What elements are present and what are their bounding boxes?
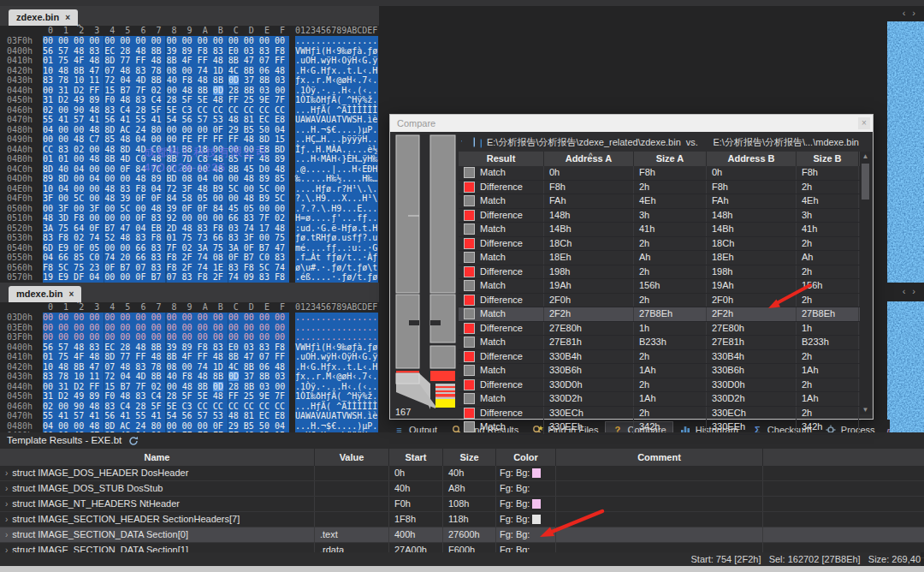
hex-bytes[interactable]: 3F 00 5C 00 48 39 0F 0F 84 58 05 00 00 4… [43, 194, 289, 204]
col-size[interactable]: Size [443, 449, 496, 466]
ascii-text[interactable]: ...H.¬$€....)µP. [295, 125, 378, 135]
hex-bytes[interactable]: 00 00 00 00 00 00 00 00 00 00 00 00 00 0… [43, 36, 289, 46]
compare-row[interactable]: Difference27E80h1h27E80h1h [459, 322, 861, 337]
hex-bytes[interactable]: 83 F8 02 74 52 48 83 F8 01 75 73 66 83 3… [43, 233, 289, 243]
hex-row[interactable]: 0530h83 F8 02 74 52 48 83 F8 01 75 73 66… [0, 233, 379, 243]
compare-title-bar[interactable]: Compare × [390, 115, 873, 132]
hex-bytes[interactable]: 00 3F 00 3F 00 5C 00 48 39 0F 0F 84 45 0… [43, 204, 289, 214]
compare-row[interactable]: Difference2F0h2h2F0h2h [459, 294, 861, 308]
ascii-text[interactable]: .H‹G.Hƒx..t.L‹.H [295, 362, 378, 372]
hex-bytes[interactable]: F8 5C 75 23 0F B7 07 83 F8 2F 74 1E 83 F… [43, 263, 289, 273]
hex-row[interactable]: 03F0h00 00 00 00 00 00 00 00 00 00 00 00… [0, 36, 379, 46]
hex-bytes[interactable]: 10 04 00 00 48 83 F8 04 72 3F 48 B9 5C 0… [43, 184, 289, 194]
hex-bytes[interactable]: 02 00 90 48 83 C4 28 5F 5E C3 CC CC CC C… [43, 402, 289, 412]
hex-bytes[interactable]: 01 75 4F 48 8D 77 FF 48 8B 4F FF 48 8B 4… [43, 352, 289, 362]
compare-row[interactable]: Match330EEh342h330EEh342h [459, 420, 861, 435]
hex-bytes[interactable]: 31 D2 49 89 F0 48 83 C4 28 5F 5E 48 FF 2… [43, 391, 289, 402]
hex-bytes[interactable]: 56 57 48 83 EC 28 48 8B 39 89 F8 83 E0 0… [43, 343, 289, 353]
pane-scroll-top[interactable]: ‹› [890, 8, 922, 18]
hex-row[interactable]: 0450h31 D2 49 89 F0 48 83 C4 28 5F 5E 48… [0, 391, 379, 402]
hex-bytes[interactable]: 04 00 00 48 8D AC 24 80 00 00 00 0F 29 B… [43, 125, 289, 135]
ascii-text[interactable]: .?.?.\.H9...E... [295, 204, 378, 214]
ascii-text[interactable]: ...H‹MÀH‹}ÈH…ÿH‰ [295, 154, 378, 164]
template-row[interactable]: ›struct IMAGE_DOS_STUB DosStub40hA8hFg:B… [0, 481, 924, 497]
hex-row[interactable]: 0460h02 00 90 48 83 C4 28 5F 5E C3 CC CC… [0, 105, 379, 116]
hex-bytes[interactable]: 10 48 8B 47 07 48 83 78 08 00 74 1D 4C 8… [43, 362, 289, 372]
hex-row[interactable]: 04F0h3F 00 5C 00 48 39 0F 0F 84 58 05 00… [0, 194, 379, 204]
ascii-text[interactable]: ...H.¬$€....)µP. [295, 421, 378, 432]
expand-chevron-icon[interactable]: › [5, 484, 8, 493]
hex-row[interactable]: 0540h6D E9 0F 05 00 00 66 83 7F 02 3A 75… [0, 243, 379, 253]
hex-row[interactable]: 0410h01 75 4F 48 8D 77 FF 48 8B 4F FF 48… [0, 56, 379, 66]
highlighted-byte[interactable]: 0D [213, 86, 223, 95]
hex-bytes[interactable]: CC 83 02 00 48 8D 4D C0 41 B8 18 00 00 0… [43, 145, 289, 155]
col-value[interactable]: Value [315, 449, 389, 466]
hex-bytes[interactable]: 00 00 48 C7 85 48 04 00 00 FE FF FF FF 4… [43, 134, 289, 145]
highlighted-byte[interactable]: 0D [228, 372, 239, 381]
hex-row[interactable]: 0550h04 66 85 C0 74 20 66 83 F8 2F 74 08… [0, 253, 379, 263]
col-address-a[interactable]: Address A^ [544, 152, 634, 166]
compare-diff-map[interactable] [392, 134, 459, 416]
hex-row[interactable]: 04C0h8D 40 04 00 00 0F 84 7C 0C 00 00 48… [0, 164, 379, 175]
col-start[interactable]: Start [389, 449, 443, 466]
hex-bytes[interactable]: 01 75 4F 48 8D 77 FF 48 8B 4F FF 48 8B 4… [43, 56, 289, 66]
minimized-hex-pane-top[interactable] [887, 21, 924, 283]
ascii-text[interactable]: .@.....|...H‹EÐH [295, 164, 378, 175]
compare-row[interactable]: Match0hF8h0hF8h [459, 166, 861, 181]
ascii-text[interactable]: ‰.....H‰½....H‰… [295, 174, 378, 184]
copy-to-a-icon[interactable] [473, 137, 475, 148]
hex-bytes[interactable]: 00 31 D2 FF 15 B7 7F 02 00 48 8B 0D 28 8… [43, 382, 289, 392]
hex-row[interactable]: 0440h00 31 D2 FF 15 B7 7F 02 00 48 8B 0D… [0, 382, 379, 392]
compare-scrollbar[interactable]: ▲ ▼ [860, 152, 871, 414]
compare-row[interactable]: Match330D2h1Ah330D2h1Ah [459, 392, 861, 407]
hex-bytes[interactable]: 31 D2 49 89 F0 48 83 C4 28 5F 5E 48 FF 2… [43, 95, 289, 105]
col-color[interactable]: Color [496, 449, 556, 466]
close-icon[interactable]: × [68, 289, 74, 299]
hex-row[interactable]: 0430h83 78 10 11 72 04 4D 8B 40 F8 48 8B… [0, 75, 379, 86]
template-row[interactable]: ›struct IMAGE_SECTION_HEADER SectionHead… [0, 512, 924, 527]
highlighted-byte[interactable]: 0D [213, 382, 223, 391]
compare-row[interactable]: MatchFAh4EhFAh4Eh [459, 194, 861, 209]
hex-row[interactable]: 03D0h00 00 00 00 00 00 00 00 00 00 00 00… [0, 313, 379, 323]
template-row[interactable]: ›struct IMAGE_DOS_HEADER DosHeader0h40hF… [0, 466, 924, 481]
copy-to-b-icon[interactable] [480, 137, 482, 148]
hex-bytes[interactable]: 04 66 85 C0 74 20 66 83 F8 2F 74 08 0F B… [43, 253, 289, 263]
hex-row[interactable]: 0400h56 57 48 83 EC 28 48 8B 39 89 F8 83… [0, 46, 379, 57]
hex-row[interactable]: 03E0h00 00 00 00 00 00 00 00 00 00 00 00… [0, 323, 379, 333]
hex-row[interactable]: 0480h04 00 00 48 8D AC 24 80 00 00 00 0F… [0, 421, 379, 432]
hex-bytes[interactable]: 00 00 00 00 00 00 00 00 00 00 00 00 00 0… [43, 313, 289, 323]
compare-row[interactable]: Match18EhAh18EhAh [459, 251, 861, 265]
hex-bytes[interactable]: 3A 75 64 0F B7 47 04 EB 2D 48 83 F8 03 7… [43, 223, 289, 234]
ascii-text[interactable]: VWHƒì(H‹9‰øƒà.ƒø [295, 46, 378, 57]
ascii-text[interactable]: ƒx..r.M‹@øH‹.7‹. [295, 372, 378, 382]
col-size-a[interactable]: Size A [634, 152, 707, 166]
hex-row[interactable]: 0560hF8 5C 75 23 0F B7 07 83 F8 2F 74 1E… [0, 263, 379, 273]
ascii-text[interactable]: UAWAVAUATVWSH.ìè [295, 115, 378, 125]
compare-row[interactable]: Match330B6h1Ah330B6h1Ah [459, 364, 861, 378]
previous-difference-icon[interactable] [467, 138, 469, 146]
compare-row[interactable]: Match14Bh41h14Bh41h [459, 223, 861, 237]
col-result[interactable]: Result [459, 152, 544, 166]
hex-bytes[interactable]: 02 00 90 48 83 C4 28 5F 5E C3 CC CC CC C… [43, 105, 289, 116]
ascii-text[interactable]: .uOH.wÿH‹OÿH‹G.ÿ [295, 56, 378, 66]
ascii-text[interactable]: ................ [295, 323, 378, 333]
compare-row[interactable]: DifferenceF8h2hF8h2h [459, 181, 861, 195]
compare-row[interactable]: Difference148h3h148h3h [459, 209, 861, 223]
hex-row[interactable]: 0460h02 00 90 48 83 C4 28 5F 5E C3 CC CC… [0, 402, 379, 412]
col-name[interactable]: Name [0, 449, 315, 466]
hex-bytes[interactable]: 10 48 8B 47 07 48 83 78 08 00 74 1D 4C 8… [43, 66, 289, 76]
hex-bytes[interactable]: 83 78 10 11 72 04 4D 8B 40 F8 48 8B 0D 3… [43, 372, 289, 382]
next-difference-icon[interactable] [460, 138, 462, 146]
ascii-text[interactable]: ?.\.H9...X...H¹\ [295, 194, 378, 204]
hex-bytes[interactable]: 89 8D 00 04 00 00 48 89 BD 08 04 00 00 4… [43, 174, 289, 184]
col-size-b[interactable]: Size B [797, 152, 859, 166]
hex-row[interactable]: 0490h00 00 48 C7 85 48 04 00 00 FE FF FF… [0, 134, 379, 145]
ascii-text[interactable]: .1Òÿ.·...H‹.(‹.. [295, 86, 378, 96]
hex-bytes[interactable]: 01 01 00 48 8B 4D C0 48 8B 7D C8 48 85 F… [43, 154, 289, 164]
ascii-text[interactable]: ƒx..r.M‹@øH‹.7‹. [295, 75, 378, 86]
hex-bytes[interactable]: 00 00 00 00 00 00 00 00 00 00 00 00 00 0… [43, 332, 289, 343]
ascii-text[interactable]: ...HƒÄ(_^ÃÌÌÌÌÌÌ [295, 105, 378, 116]
ascii-text[interactable]: ................ [295, 36, 378, 46]
hex-row[interactable]: 0430h83 78 10 11 72 04 4D 8B 40 F8 48 8B… [0, 372, 379, 382]
hex-row[interactable]: 03F0h00 00 00 00 00 00 00 00 00 00 00 00… [0, 332, 379, 343]
